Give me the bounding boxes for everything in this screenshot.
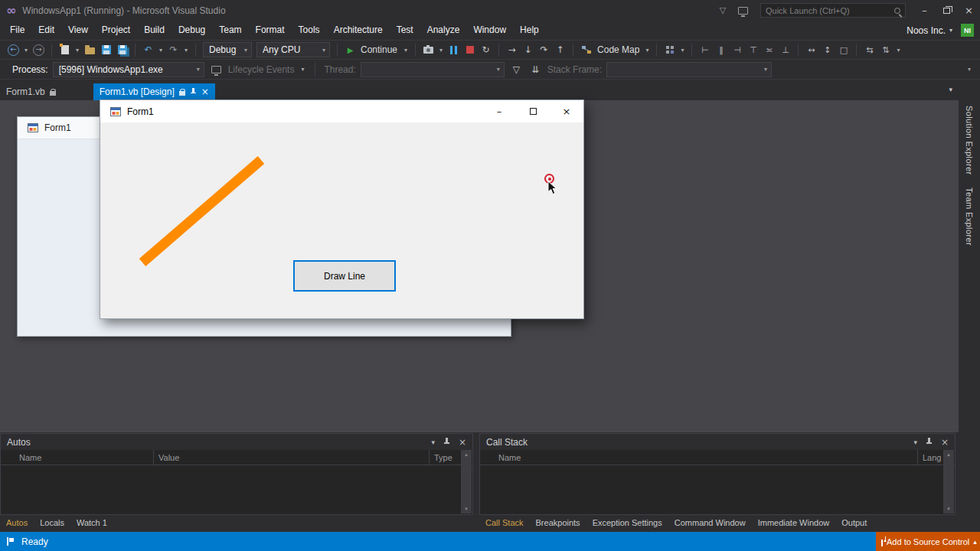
align-tops-button[interactable]: ⊤ [746,42,760,57]
document-list-dropdown-icon[interactable]: ▾ [949,86,952,93]
tab-form1-vb-design[interactable]: Form1.vb [Design] × [93,83,215,100]
close-button[interactable]: × [958,0,980,21]
menu-format[interactable]: Format [249,21,292,40]
make-same-width-button[interactable]: ↔ [804,42,818,57]
step-into-button[interactable]: ↓ [521,42,535,57]
horizontal-spacing-button[interactable]: ⇆ [862,42,877,57]
vertical-spacing-button[interactable]: ⇅ [878,42,893,57]
tab-autos[interactable]: Autos [0,515,34,530]
navigate-forward-button[interactable]: → [31,42,46,57]
menu-test[interactable]: Test [390,21,420,40]
scroll-down-icon[interactable]: ▾ [947,506,950,512]
tab-immediate-window[interactable]: Immediate Window [752,515,836,530]
filter-threads-icon[interactable]: ▽ [509,62,524,77]
close-icon[interactable]: × [459,437,466,448]
draw-line-button[interactable]: Draw Line [293,260,396,292]
lifecycle-dropdown-icon[interactable]: ▾ [299,62,306,77]
pin-icon[interactable] [190,88,197,96]
call-stack-panel-header[interactable]: Call Stack ▾ × [480,434,955,450]
new-file-button[interactable] [57,42,72,57]
restore-button[interactable] [936,0,958,21]
continue-dropdown-icon[interactable]: ▾ [402,42,410,57]
column-header-value[interactable]: Value [154,450,430,465]
toolbar-options-icon[interactable]: ▾ [894,42,902,57]
show-next-statement-button[interactable]: → [505,42,519,57]
close-icon[interactable]: × [941,437,949,448]
continue-play-icon[interactable]: ▶ [343,42,358,57]
column-header-name[interactable]: Name [480,450,918,465]
align-bottoms-button[interactable]: ⊥ [778,42,792,57]
code-analysis-button[interactable] [662,42,677,57]
tab-form1-vb[interactable]: Form1.vb [0,83,62,100]
make-same-height-button[interactable]: ↕ [820,42,835,57]
menu-help[interactable]: Help [513,21,546,40]
restart-button[interactable]: ↻ [479,42,493,57]
tab-output[interactable]: Output [835,515,873,530]
menu-debug[interactable]: Debug [172,21,212,40]
thread-dropdown[interactable]: ▾ [361,62,505,77]
autos-panel-header[interactable]: Autos ▾ × [1,434,472,450]
show-threads-in-source-icon[interactable]: ⇊ [528,62,543,77]
call-stack-scrollbar[interactable]: ▴ ▾ [943,450,954,514]
break-all-button[interactable] [446,42,461,57]
save-all-button[interactable] [115,42,129,57]
step-over-button[interactable]: ↷ [537,42,551,57]
add-to-source-control-button[interactable]: Add to Source Control ▴ [876,532,980,551]
tab-call-stack[interactable]: Call Stack [479,515,530,530]
diagnostic-tools-button[interactable] [421,42,436,57]
menu-edit[interactable]: Edit [31,21,61,40]
code-analysis-dropdown-icon[interactable]: ▾ [678,42,686,57]
lifecycle-events-label[interactable]: Lifecycle Events [228,64,295,75]
processbar-options-icon[interactable]: ▾ [968,66,971,73]
menu-file[interactable]: File [3,21,31,40]
align-centers-button[interactable]: ‖ [714,42,728,57]
make-same-size-button[interactable]: □ [836,42,851,57]
scroll-up-icon[interactable]: ▴ [947,452,950,458]
tab-team-explorer[interactable]: Team Explorer [965,187,974,246]
code-map-dropdown-icon[interactable]: ▾ [643,42,651,57]
form-title-bar[interactable]: Form1 – × [100,100,583,122]
window-position-dropdown-icon[interactable]: ▾ [431,439,435,446]
tab-command-window[interactable]: Command Window [668,515,752,530]
pin-icon[interactable] [926,438,933,446]
autos-scrollbar[interactable]: ▴ ▾ [461,450,472,514]
solution-configurations-dropdown[interactable]: Debug ▾ [203,42,252,57]
navigate-dropdown-icon[interactable]: ▾ [22,42,30,57]
continue-button[interactable]: Continue [361,44,397,55]
chevron-up-icon[interactable]: ▴ [973,538,977,546]
align-middles-button[interactable]: ≍ [762,42,776,57]
menu-team[interactable]: Team [212,21,248,40]
minimize-button[interactable]: – [913,0,936,21]
notifications-filter-icon[interactable]: ▽ [713,5,733,15]
avatar[interactable]: NI [961,24,974,37]
stop-debugging-button[interactable] [462,42,477,57]
align-lefts-button[interactable]: ⊢ [697,42,712,57]
scroll-up-icon[interactable]: ▴ [465,452,468,458]
align-rights-button[interactable]: ⊣ [730,42,744,57]
form-maximize-button[interactable] [516,100,550,122]
undo-button[interactable]: ↶ [141,42,155,57]
diagnostic-dropdown-icon[interactable]: ▾ [437,42,445,57]
menu-tools[interactable]: Tools [292,21,327,40]
new-file-dropdown-icon[interactable]: ▾ [74,42,81,57]
menu-window[interactable]: Window [466,21,513,40]
open-file-button[interactable] [83,42,97,57]
running-form-window[interactable]: Form1 – × Draw Line [100,99,584,319]
scroll-down-icon[interactable]: ▾ [465,506,468,512]
lifecycle-events-button[interactable] [209,62,224,77]
tab-watch-1[interactable]: Watch 1 [70,515,113,530]
code-map-button[interactable] [579,42,593,57]
redo-dropdown-icon[interactable]: ▾ [182,42,190,57]
window-position-dropdown-icon[interactable]: ▾ [913,439,917,446]
close-icon[interactable]: × [201,87,209,96]
form-close-button[interactable]: × [550,100,583,122]
form-minimize-button[interactable]: – [482,100,516,122]
menu-analyze[interactable]: Analyze [420,21,467,40]
menu-project[interactable]: Project [95,21,137,40]
save-button[interactable] [99,42,113,57]
menu-view[interactable]: View [61,21,95,40]
code-map-label[interactable]: Code Map [597,44,639,55]
tab-locals[interactable]: Locals [34,515,70,530]
stack-frame-dropdown[interactable]: ▾ [606,62,772,77]
menu-build[interactable]: Build [137,21,172,40]
